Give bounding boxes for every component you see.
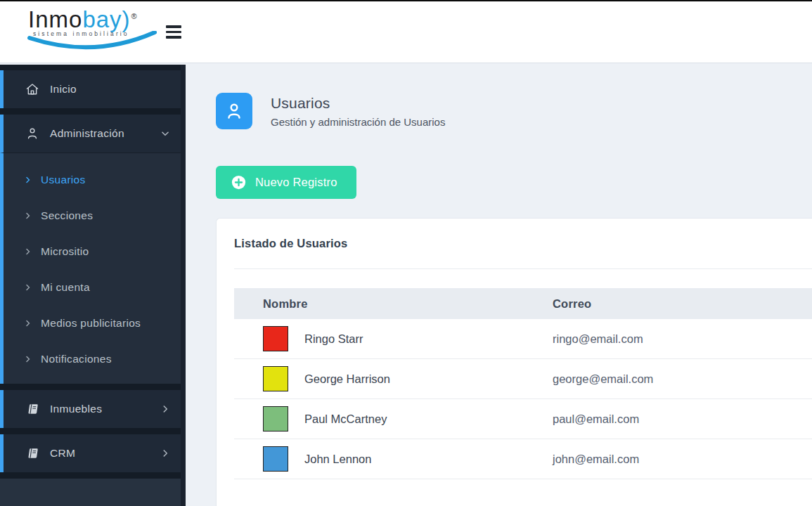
sidebar-item-inmuebles[interactable]: Inmuebles (4, 390, 186, 428)
sidebar-item-mi-cuenta[interactable]: Mi cuenta (4, 269, 186, 305)
sidebar-item-label: Medios publicitarios (41, 317, 141, 330)
home-icon (25, 82, 39, 96)
user-color-swatch (263, 366, 288, 391)
sidebar-block-administracion: Administración (0, 115, 186, 153)
user-email: john@email.com (547, 439, 812, 479)
chevron-right-icon (24, 247, 32, 256)
sidebar-item-label: CRM (50, 447, 75, 460)
chevron-right-icon (24, 283, 32, 292)
topbar: Inmobay)® sistema inmobiliario (0, 1, 812, 63)
person-icon (25, 126, 39, 141)
sidebar-item-crm[interactable]: CRM (4, 434, 186, 472)
sidebar-item-label: Mi cuenta (41, 281, 90, 294)
book-icon (25, 402, 39, 416)
sidebar-item-usuarios[interactable]: Usuarios (4, 162, 186, 197)
table-row[interactable]: Paul McCartney paul@email.com (234, 399, 812, 439)
logo[interactable]: Inmobay)® sistema inmobiliario (28, 7, 162, 58)
user-name: Paul McCartney (304, 413, 387, 426)
chevron-right-icon (160, 404, 170, 414)
user-name: John Lennon (304, 453, 371, 466)
user-name: George Harrison (304, 372, 390, 386)
users-table: Nombre Correo Ringo Starr ringo@email.co… (234, 288, 812, 479)
user-color-swatch (263, 326, 288, 351)
chevron-right-icon (24, 355, 32, 363)
sidebar-item-micrositio[interactable]: Micrositio (4, 233, 186, 269)
chevron-right-icon (160, 448, 170, 458)
page-subtitle: Gestión y administración de Usuarios (271, 116, 445, 128)
user-name: Ringo Starr (304, 332, 363, 346)
sidebar-item-label: Micrositio (41, 245, 89, 258)
main-content: Usuarios Gestión y administración de Usu… (186, 65, 812, 506)
new-record-button-label: Nuevo Registro (255, 176, 337, 189)
users-list-card: Listado de Usuarios Nombre Correo Ringo … (216, 218, 812, 506)
user-color-swatch (263, 406, 288, 432)
page-title: Usuarios (271, 95, 445, 112)
table-row[interactable]: Ringo Starr ringo@email.com (234, 319, 812, 359)
menu-icon[interactable] (166, 22, 183, 41)
sidebar-item-label: Secciones (41, 209, 93, 222)
registered-mark: ® (131, 12, 138, 20)
sidebar-item-administracion[interactable]: Administración (4, 115, 186, 153)
plus-circle-icon (231, 175, 246, 190)
table-header-row: Nombre Correo (234, 288, 812, 319)
page-header: Usuarios Gestión y administración de Usu… (216, 93, 812, 129)
sidebar: Inicio Administración Usuarios Secci (0, 65, 186, 506)
sidebar-filler (0, 479, 186, 506)
sidebar-item-label: Administración (50, 127, 124, 140)
sidebar-menu: Inicio Administración Usuarios Secci (0, 65, 186, 479)
column-header-nombre: Nombre (234, 288, 547, 319)
sidebar-item-label: Inicio (50, 83, 77, 96)
user-email: paul@email.com (547, 399, 812, 439)
sidebar-item-notificaciones[interactable]: Notificaciones (4, 341, 186, 377)
sidebar-block-crm: CRM (0, 434, 186, 472)
card-title: Listado de Usuarios (234, 237, 812, 250)
logo-wordmark: Inmobay)® (28, 7, 162, 32)
chevron-right-icon (24, 212, 32, 220)
sidebar-item-secciones[interactable]: Secciones (4, 197, 186, 233)
sidebar-item-label: Usuarios (41, 174, 86, 186)
new-record-button[interactable]: Nuevo Registro (216, 166, 356, 199)
sidebar-block-inmuebles: Inmuebles (0, 390, 186, 428)
users-page-icon (216, 93, 252, 129)
book-icon (25, 446, 39, 460)
table-row[interactable]: George Harrison george@email.com (234, 359, 812, 399)
user-icon (224, 100, 245, 122)
chevron-right-icon (24, 176, 32, 184)
chevron-down-icon (160, 129, 170, 138)
user-color-swatch (263, 446, 288, 472)
sidebar-block-inicio: Inicio (0, 70, 186, 108)
sidebar-item-medios-publicitarios[interactable]: Medios publicitarios (4, 305, 186, 341)
card-divider (234, 268, 812, 269)
sidebar-item-label: Inmuebles (50, 403, 102, 415)
logo-swoosh-icon (24, 31, 165, 56)
user-email: ringo@email.com (547, 319, 812, 359)
table-row[interactable]: John Lennon john@email.com (234, 439, 812, 479)
sidebar-submenu: Usuarios Secciones Micrositio Mi cuenta … (0, 153, 186, 384)
sidebar-item-label: Notificaciones (41, 353, 112, 365)
chevron-right-icon (24, 319, 32, 327)
column-header-correo: Correo (547, 288, 812, 319)
user-email: george@email.com (547, 359, 812, 399)
sidebar-item-inicio[interactable]: Inicio (4, 70, 186, 108)
